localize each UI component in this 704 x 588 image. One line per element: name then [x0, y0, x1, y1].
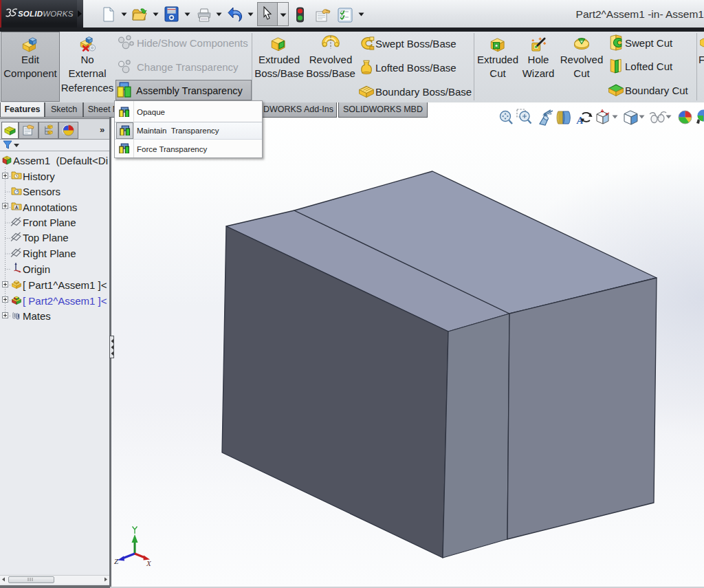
svg-text:X: X — [146, 559, 152, 567]
svg-text:Z: Z — [114, 557, 119, 565]
svg-text:SOLIDWORKS: SOLIDWORKS — [18, 10, 74, 18]
svg-text:A: A — [15, 205, 19, 210]
